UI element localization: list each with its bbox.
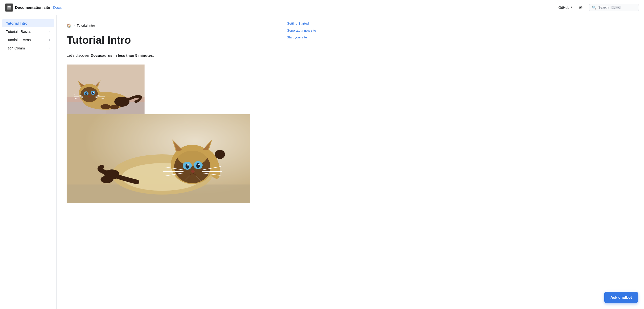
sidebar-item-tutorial-intro[interactable]: Tutorial Intro <box>2 19 54 27</box>
svg-point-51 <box>187 164 189 166</box>
svg-point-9 <box>114 97 129 107</box>
chevron-right-icon: › <box>49 30 50 33</box>
search-placeholder-text: Search <box>598 6 609 9</box>
toc-item-getting-started[interactable]: Getting Started <box>287 20 339 27</box>
toc-item-start-site[interactable]: Start your site <box>287 34 339 41</box>
svg-point-19 <box>92 92 94 94</box>
svg-rect-3 <box>8 8 10 8</box>
navbar-left: Documentation site Docs <box>5 4 62 12</box>
svg-rect-1 <box>8 6 11 7</box>
sidebar-item-tech-comm[interactable]: Tech Comm › <box>2 44 54 52</box>
sidebar-item-tutorial-extras[interactable]: Tutorial - Extras › <box>2 36 54 44</box>
right-toc: Getting Started Generate a new site Star… <box>283 15 343 309</box>
external-link-icon: ↗ <box>570 6 573 9</box>
ask-chatbot-button[interactable]: Ask chatbot <box>604 292 638 303</box>
svg-point-29 <box>101 104 111 109</box>
svg-point-18 <box>85 92 87 95</box>
site-name: Documentation site <box>15 5 50 10</box>
sidebar-item-label: Tutorial Intro <box>6 21 50 25</box>
svg-rect-2 <box>8 7 11 8</box>
main-content: 🏠 › Tutorial Intro Tutorial Intro Let's … <box>57 15 283 309</box>
svg-point-21 <box>93 92 94 93</box>
sidebar-item-label: Tutorial - Extras <box>6 38 49 42</box>
sidebar-item-tutorial-basics[interactable]: Tutorial - Basics › <box>2 28 54 36</box>
docs-nav-link[interactable]: Docs <box>53 5 62 10</box>
sun-icon: ☀ <box>579 5 583 10</box>
chevron-right-icon: › <box>49 38 50 42</box>
intro-paragraph: Let's discover Docusaurus in less than 5… <box>67 52 273 58</box>
github-link[interactable]: GitHub ↗ <box>558 6 573 10</box>
navbar-right: GitHub ↗ ☀ 🔍 Search Ctrl+K <box>558 4 639 12</box>
svg-point-20 <box>86 93 87 94</box>
home-breadcrumb[interactable]: 🏠 <box>67 23 72 28</box>
site-logo-icon <box>5 4 13 12</box>
toc-item-generate-site[interactable]: Generate a new site <box>287 27 339 34</box>
sidebar: Tutorial Intro Tutorial - Basics › Tutor… <box>0 15 57 309</box>
cat-image-small <box>67 65 273 114</box>
breadcrumb: 🏠 › Tutorial Intro <box>67 23 273 28</box>
search-icon: 🔍 <box>592 6 596 10</box>
search-bar[interactable]: 🔍 Search Ctrl+K <box>589 4 639 11</box>
svg-point-30 <box>110 105 119 109</box>
breadcrumb-current: Tutorial Intro <box>77 24 95 27</box>
page-layout: Tutorial Intro Tutorial - Basics › Tutor… <box>0 15 644 309</box>
navbar: Documentation site Docs GitHub ↗ ☀ 🔍 Sea… <box>0 0 644 15</box>
sidebar-item-label: Tech Comm <box>6 46 49 50</box>
breadcrumb-separator: › <box>74 24 75 27</box>
svg-point-11 <box>80 87 98 102</box>
page-title: Tutorial Intro <box>67 34 273 46</box>
github-label: GitHub <box>558 6 569 10</box>
svg-point-53 <box>191 170 195 173</box>
intro-text-suffix: . <box>153 53 154 57</box>
chevron-right-icon: › <box>49 46 50 50</box>
svg-point-37 <box>215 150 225 159</box>
svg-point-52 <box>198 164 200 165</box>
cat-image-large <box>67 114 273 203</box>
theme-toggle-button[interactable]: ☀ <box>577 4 585 12</box>
sidebar-item-label: Tutorial - Basics <box>6 30 49 34</box>
svg-point-42 <box>177 146 207 166</box>
intro-text-bold: Docusaurus in less than 5 minutes <box>90 53 153 57</box>
intro-text-prefix: Let's discover <box>67 53 90 57</box>
svg-rect-0 <box>7 6 11 10</box>
svg-point-22 <box>88 96 90 97</box>
navbar-logo[interactable]: Documentation site <box>5 4 50 12</box>
search-shortcut: Ctrl+K <box>611 6 621 9</box>
